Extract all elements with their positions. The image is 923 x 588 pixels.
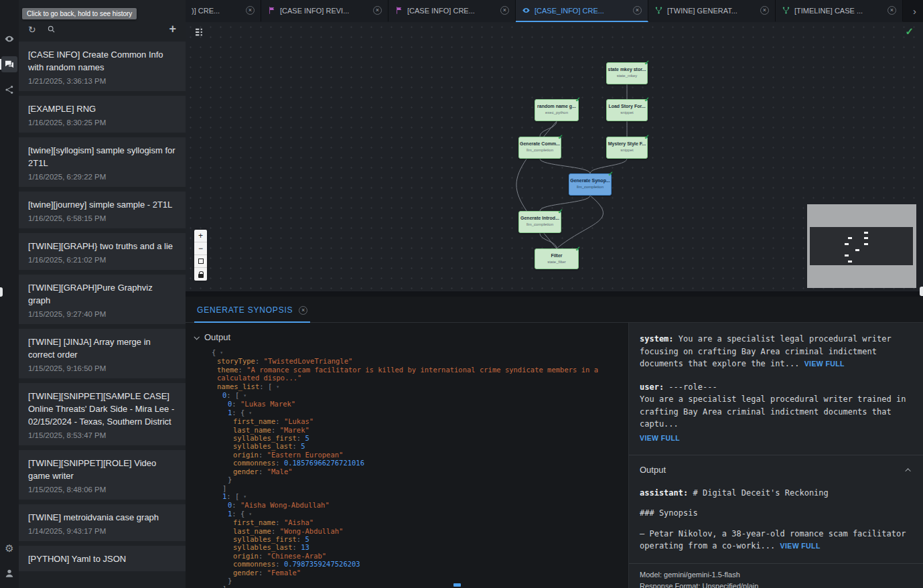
json-tree-line: syllables_last: 5 (194, 442, 620, 450)
zoom-controls: +− (194, 230, 207, 281)
prompts-icon[interactable] (1, 56, 17, 72)
json-tree-line: ] (194, 585, 620, 588)
prompt-timestamp: 1/16/2025, 8:30:25 PM (28, 119, 176, 127)
json-tree-line: commonness: 0.18576966276721016 (194, 459, 620, 467)
assistant-text: — Petar Nikolov, a 38-year-old romance s… (640, 529, 906, 551)
prompt-list-item[interactable]: [TWINE] metroidvania case graph1/14/2025… (19, 504, 186, 541)
collapse-caret-icon[interactable]: ▾ (243, 392, 246, 398)
chevron-up-icon[interactable] (905, 468, 910, 473)
prompt-list-item[interactable]: [EXAMPLE] RNG1/16/2025, 8:30:25 PM (19, 96, 186, 133)
user-message-line1: ---role--- (668, 382, 717, 392)
json-tree-line[interactable]: 1: {▾ (194, 409, 620, 417)
output-collapse-header[interactable]: Output (194, 332, 628, 342)
json-tree-line[interactable]: 1: [▾ (194, 492, 620, 501)
graph-canvas[interactable]: state mkey stor...state_mkey✓random name… (186, 22, 923, 291)
tab-close-icon[interactable]: × (373, 6, 382, 15)
window-resize-handle-left[interactable] (0, 287, 3, 297)
prompt-list-item[interactable]: [twine][journey] simple sample - 2T1L1/1… (19, 192, 186, 228)
minimap-node-dot (864, 232, 868, 234)
zoom-out-button[interactable]: − (194, 242, 207, 255)
prompt-title: [TWINE][SNIPPET][SAMPLE CASE] Online Thr… (28, 390, 176, 428)
graph-node[interactable]: Load Story For...snippet✓ (606, 99, 648, 121)
workflow-icon[interactable] (1, 82, 17, 98)
tab-close-icon[interactable]: × (246, 6, 255, 15)
editor-tab[interactable]: [TWINE] GENERAT...× (648, 0, 776, 22)
prompt-list-item[interactable]: [twine][syllogism] sample syllogism for … (19, 137, 186, 187)
search-icon[interactable] (47, 25, 56, 33)
output-section-header[interactable]: Output (640, 455, 912, 487)
settings-icon[interactable]: ⚙ (1, 540, 17, 556)
bottom-tab-close-icon[interactable]: × (299, 306, 307, 315)
minimap-node-dot (848, 237, 852, 239)
graph-node[interactable]: random name g...exec_python✓ (535, 99, 579, 121)
json-tree-line[interactable]: 1: {▾ (194, 510, 620, 518)
editor-tab[interactable]: [CASE INFO] CRE...× (388, 0, 516, 22)
tabs-overflow-chevron-icon[interactable]: › (906, 0, 923, 22)
prompt-list-item[interactable]: [TWINE][GRAPH} two truths and a lie1/16/… (19, 233, 186, 270)
tab-close-icon[interactable]: × (633, 6, 642, 15)
graph-node[interactable]: Generate Synop...llm_completion✓ (569, 173, 612, 196)
graph-node[interactable]: state mkey stor...state_mkey✓ (606, 62, 648, 84)
divider-drag-handle[interactable] (920, 287, 923, 296)
account-icon[interactable] (1, 565, 17, 581)
prompt-list-item[interactable]: [PYTHON] Yaml to JSON (19, 546, 186, 571)
bottom-tab-generate-synopsis[interactable]: GENERATE SYNOPSIS × (194, 305, 310, 323)
panel-divider[interactable] (186, 291, 923, 297)
prompt-title: [TWINE][GRAPH]Pure Graphviz graph (28, 281, 176, 307)
prompt-list-item[interactable]: [TWINE][GRAPH]Pure Graphviz graph1/15/20… (19, 275, 186, 324)
horizontal-scrollbar-thumb[interactable] (453, 583, 461, 587)
node-subtitle: state_filter (535, 260, 578, 264)
collapse-caret-icon[interactable]: ▾ (248, 511, 252, 517)
collapse-caret-icon[interactable]: ▾ (243, 494, 246, 500)
editor-tab[interactable]: [TIMELINE] CASE ...× (776, 0, 903, 22)
json-tree-line: last_name: "Wong-Abdullah" (194, 527, 620, 535)
editor-tab[interactable]: )] CRE...× (186, 0, 261, 22)
collapse-caret-icon[interactable]: ▾ (276, 384, 279, 390)
json-tree-line[interactable]: {▾ (194, 348, 620, 357)
prompt-title: [CASE INFO] Create Common Info with rand… (28, 48, 176, 74)
eye-icon[interactable] (1, 31, 17, 47)
user-view-full-link[interactable]: VIEW FULL (640, 434, 680, 442)
minimap[interactable] (807, 204, 916, 288)
assistant-view-full-link[interactable]: VIEW FULL (780, 542, 821, 550)
prompt-list-item[interactable]: [TWINE][SNIPPET][ROLE] Video game writer… (19, 450, 186, 500)
collapse-caret-icon[interactable]: ▾ (248, 410, 252, 416)
prompt-list-item[interactable]: [CASE INFO] Create Common Info with rand… (19, 42, 186, 91)
editor-tab[interactable]: [CASE_INFO] CRE...× (516, 0, 648, 22)
minimap-viewport[interactable] (810, 227, 913, 265)
json-tree-line: storyType: "TwistedLoveTriangle" (194, 357, 620, 365)
prompt-timestamp: 1/16/2025, 6:58:15 PM (28, 214, 176, 222)
prompt-list-item[interactable]: [TWINE][SNIPPET][SAMPLE CASE] Online Thr… (19, 383, 186, 445)
prompt-title: [TWINE] [JINJA] Array merge in correct o… (28, 336, 176, 361)
system-view-full-link[interactable]: VIEW FULL (804, 360, 845, 368)
minimap-node-dot (848, 261, 852, 263)
node-title: Mystery Style F... (607, 141, 647, 147)
zoom-in-button[interactable]: + (194, 230, 207, 242)
output-json-panel: Output {▾storyType: "TwistedLoveTriangle… (186, 323, 628, 588)
tab-close-icon[interactable]: × (500, 6, 509, 15)
graph-layout-icon[interactable] (194, 27, 205, 40)
fit-view-button[interactable] (194, 255, 207, 268)
lock-button[interactable] (194, 268, 207, 281)
collapse-caret-icon[interactable]: ▾ (220, 350, 223, 356)
system-message: system: You are a specialist legal proce… (640, 333, 912, 370)
check-icon: ✓ (644, 59, 650, 66)
refresh-icon[interactable]: ↻ (28, 24, 36, 35)
add-prompt-button[interactable]: + (169, 22, 176, 36)
graph-node[interactable]: Generate Introd...llm_completion✓ (518, 211, 561, 233)
tab-close-icon[interactable]: × (888, 6, 896, 15)
tab-close-icon[interactable]: × (760, 6, 769, 15)
graph-node[interactable]: Generate Comm...llm_completion✓ (518, 137, 561, 159)
minimap-node-dot (864, 243, 868, 245)
editor-tab[interactable]: [CASE INFO] REVI...× (261, 0, 388, 22)
graph-node[interactable]: Filterstate_filter✓ (535, 248, 579, 269)
prompt-list-item[interactable]: [TWINE] [JINJA] Array merge in correct o… (19, 329, 186, 378)
json-tree-line[interactable]: 0: [▾ (194, 391, 620, 400)
system-message-text: You are a specialist legal procedural wr… (640, 334, 892, 368)
minimap-node-dot (864, 237, 868, 239)
user-message-text: You are a specialist legal procedural wr… (640, 393, 912, 431)
model-label: Model: gemini/gemini-1.5-flash (640, 569, 912, 581)
json-tree-line[interactable]: names_list: [▾ (194, 382, 620, 391)
graph-node[interactable]: Mystery Style F...snippet✓ (606, 137, 648, 159)
minimap-node-dot (845, 243, 849, 245)
